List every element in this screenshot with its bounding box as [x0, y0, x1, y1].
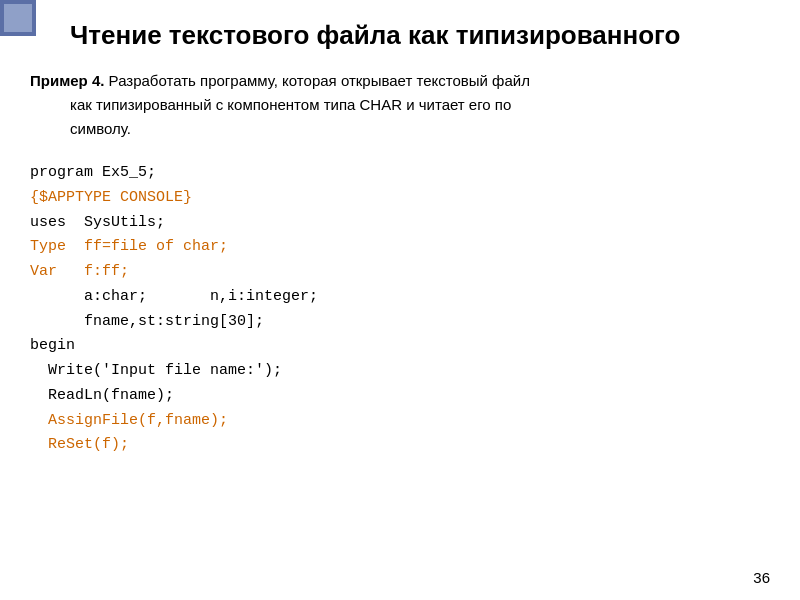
slide-description: Пример 4. Разработать программу, которая…: [30, 69, 770, 141]
slide-container: Чтение текстового файла как типизированн…: [0, 0, 800, 600]
code-line-2: {$APPTYPE CONSOLE}: [30, 186, 770, 211]
example-label: Пример 4.: [30, 72, 104, 89]
code-line-11: AssignFile(f,fname);: [30, 409, 770, 434]
code-line-3: uses SysUtils;: [30, 211, 770, 236]
corner-decoration: [0, 0, 36, 36]
page-number: 36: [753, 569, 770, 586]
description-line2: как типизированный с компонентом типа CH…: [30, 93, 770, 117]
code-line-9: Write('Input file name:');: [30, 359, 770, 384]
code-block: program Ex5_5; {$APPTYPE CONSOLE} uses S…: [30, 161, 770, 458]
description-line1: Разработать программу, которая открывает…: [104, 72, 529, 89]
code-line-10: ReadLn(fname);: [30, 384, 770, 409]
slide-title: Чтение текстового файла как типизированн…: [70, 20, 770, 51]
code-line-12: ReSet(f);: [30, 433, 770, 458]
code-line-6: a:char; n,i:integer;: [30, 285, 770, 310]
code-line-1: program Ex5_5;: [30, 161, 770, 186]
code-line-5: Var f:ff;: [30, 260, 770, 285]
corner-inner: [4, 4, 32, 32]
description-line3: символу.: [30, 117, 770, 141]
code-line-4: Type ff=file of char;: [30, 235, 770, 260]
code-line-7: fname,st:string[30];: [30, 310, 770, 335]
code-line-8: begin: [30, 334, 770, 359]
